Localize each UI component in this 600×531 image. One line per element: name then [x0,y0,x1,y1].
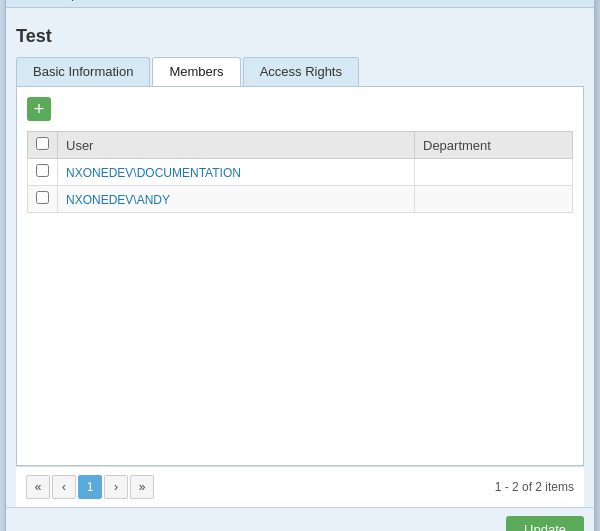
last-page-button[interactable]: » [130,475,154,499]
tabs-container: Basic Information Members Access Rights [16,57,584,86]
header-user: User [58,132,415,159]
table-row: NXONEDEV\ANDY [28,186,573,213]
header-checkbox-col [28,132,58,159]
row-checkbox[interactable] [36,164,49,177]
tab-content-area: + User Department [16,86,584,466]
department-cell [415,186,573,213]
pagination-bar: « ‹ 1 › » 1 - 2 of 2 items [16,466,584,507]
update-button[interactable]: Update [506,516,584,531]
edit-group-dialog: Edit Group × Test Basic Information Memb… [5,0,595,531]
header-department: Department [415,132,573,159]
prev-page-button[interactable]: ‹ [52,475,76,499]
pagination-info: 1 - 2 of 2 items [495,480,574,494]
department-cell [415,159,573,186]
pagination-controls: « ‹ 1 › » [26,475,154,499]
user-link[interactable]: NXONEDEV\DOCUMENTATION [66,166,241,180]
dialog-body: Test Basic Information Members Access Ri… [6,8,594,507]
members-table: User Department NXONEDEV\DOCUMENTATION [27,131,573,213]
user-cell: NXONEDEV\DOCUMENTATION [58,159,415,186]
tab-access-rights[interactable]: Access Rights [243,57,359,86]
close-icon[interactable]: × [576,0,584,1]
select-all-checkbox[interactable] [36,137,49,150]
user-link[interactable]: NXONEDEV\ANDY [66,193,170,207]
user-cell: NXONEDEV\ANDY [58,186,415,213]
next-page-button[interactable]: › [104,475,128,499]
tab-members[interactable]: Members [152,57,240,86]
group-name: Test [16,18,584,57]
first-page-button[interactable]: « [26,475,50,499]
tab-basic-information[interactable]: Basic Information [16,57,150,86]
row-checkbox[interactable] [36,191,49,204]
row-checkbox-cell [28,159,58,186]
dialog-titlebar: Edit Group × [6,0,594,8]
dialog-title: Edit Group [16,0,78,1]
row-checkbox-cell [28,186,58,213]
current-page-button[interactable]: 1 [78,475,102,499]
add-member-button[interactable]: + [27,97,51,121]
table-row: NXONEDEV\DOCUMENTATION [28,159,573,186]
table-header-row: User Department [28,132,573,159]
dialog-footer: Update [6,507,594,531]
